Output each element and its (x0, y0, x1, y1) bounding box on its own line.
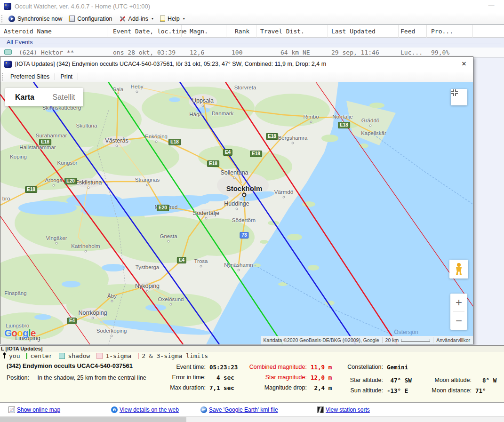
town-marker (136, 91, 138, 93)
detail-field (419, 362, 496, 372)
event-cell: 12,6 (190, 49, 204, 56)
detail-field: Magnitude drop: 2,4 m (232, 382, 332, 393)
detail-field: Event time:05:23:23 (151, 362, 238, 372)
app-icon (4, 61, 12, 68)
terms-link[interactable]: Användarvillkor (433, 337, 473, 343)
menu-print[interactable]: Print (56, 72, 77, 81)
map-type-satellit-button[interactable]: Satellit (44, 93, 83, 102)
occultation-map[interactable]: SkinnskattebergSalaHebyStorvretaUppsalaH… (0, 82, 473, 344)
road-badge-73: 73 (240, 232, 248, 239)
column-header-last-updated[interactable]: Last Updated (331, 28, 376, 35)
road-badge-e18: E18 (250, 151, 262, 157)
detail-field: Combined magnitude:11,9 m (232, 362, 332, 372)
zoom-out-button[interactable]: − (450, 312, 467, 330)
detail-label: Error in time: (151, 374, 206, 381)
street-view-pegman-button[interactable] (449, 260, 468, 279)
link-label: Save 'Google Earth' kml file (209, 406, 278, 413)
map-canvas (0, 82, 473, 344)
link-save-google-earth-kml-file[interactable]: Save 'Google Earth' kml file (200, 406, 278, 413)
map-legend: youcentershadow1-sigma2 & 3-sigma limits (0, 352, 504, 359)
detail-label: Max duration: (151, 384, 206, 391)
configuration-button[interactable]: Configuration (65, 14, 115, 24)
configuration-icon (69, 16, 75, 22)
google-logo[interactable]: Google (4, 327, 35, 339)
fullscreen-icon (451, 89, 458, 96)
road-badge-e20: E20 (64, 178, 77, 184)
group-divider-line (39, 43, 501, 43)
road-badge-e18: E18 (25, 186, 37, 193)
town-marker (85, 250, 87, 253)
legend-label: you (9, 352, 20, 359)
google-logo-letter: G (4, 327, 11, 338)
town-marker (146, 184, 149, 186)
close-icon[interactable]: ✕ (459, 59, 469, 69)
chevron-down-icon: ▾ (183, 16, 185, 21)
popup-title: [IOTA Updates] (342) Endymion occults UC… (15, 61, 326, 67)
app-icon (4, 3, 11, 10)
help-menu-button[interactable]: Help ▾ (157, 14, 188, 24)
detail-value: 12,0 m (311, 374, 332, 381)
red-swatch-icon (138, 353, 139, 359)
link-show-online-map[interactable]: Show online map (8, 406, 60, 413)
detail-label: Constellation: (330, 364, 383, 370)
detail-field: Constellation:Gemini (330, 362, 412, 372)
menubar-grip (1, 72, 4, 81)
detail-label: Star altitude: (330, 377, 383, 383)
popup-menubar: Preferred Sites Print (0, 71, 473, 82)
event-cell: Luc... (400, 49, 423, 56)
configuration-label: Configuration (77, 16, 112, 22)
all-events-label: All Events (7, 39, 33, 46)
google-logo-letter: o (17, 327, 23, 338)
column-header-pro-[interactable]: Pro... (431, 28, 453, 35)
town-marker (116, 145, 118, 147)
detail-label: Moon distance: (419, 387, 472, 394)
synchronise-now-button[interactable]: Synchronise now (5, 14, 65, 24)
link-view-station-sorts[interactable]: View station sorts (317, 406, 370, 413)
detail-field: Moon distance:71° (419, 385, 496, 396)
map-zoom-control: + − (450, 294, 467, 330)
column-header-magn-[interactable]: Magn. (190, 28, 208, 35)
road-badge-e4: E4 (177, 257, 186, 263)
town-marker (56, 242, 58, 245)
main-toolbar: Synchronise now Configuration Add-ins ▾ … (0, 13, 504, 25)
detail-value: 11,9 m (311, 364, 332, 371)
town-marker (168, 240, 170, 243)
minimize-button[interactable]: — (484, 1, 498, 11)
town-marker (202, 105, 204, 107)
main-titlebar: Occult Watcher, ver. 4.6.0.7 - Home (UTC… (0, 0, 504, 13)
map-type-karta-button[interactable]: Karta (5, 93, 44, 102)
event-details-panel: (342) Endymion occults UCAC4-540-037561 … (0, 359, 504, 403)
column-header-travel-dist-[interactable]: Travel Dist. (260, 28, 304, 35)
action-links-row: Show online mapeView details on the webS… (0, 403, 504, 416)
help-icon (160, 16, 165, 22)
detail-field: Star altitude: 47° SW (330, 375, 412, 385)
column-header-asteroid-name[interactable]: Asteroid Name (4, 28, 52, 35)
fullscreen-button[interactable] (451, 89, 467, 105)
menu-separator (78, 73, 78, 80)
teal-swatch-icon (59, 353, 65, 359)
internet-explorer-icon: e (111, 406, 118, 413)
town-marker (292, 142, 294, 144)
event-row-hektor[interactable]: (624) Hektor **ons 28 okt, 03:3912,61006… (0, 48, 504, 57)
horizontal-scrollbar[interactable] (0, 416, 504, 422)
town-marker (238, 269, 240, 271)
scrollbar-thumb[interactable] (0, 417, 186, 422)
legend-label: shadow (68, 352, 90, 359)
column-header-event-date-loc-time[interactable]: Event Date, loc.time (113, 28, 187, 35)
column-header-feed[interactable]: Feed (400, 28, 415, 35)
stockholm-marker (242, 193, 247, 197)
addins-menu-button[interactable]: Add-ins ▾ (116, 14, 157, 24)
event-cell: 99,0% (431, 49, 449, 56)
detail-value: 8° W (475, 377, 496, 384)
menu-preferred-sites[interactable]: Preferred Sites (6, 72, 54, 81)
link-view-details-on-the-web[interactable]: eView details on the web (111, 406, 179, 413)
green-swatch-icon (26, 353, 27, 359)
link-label: View details on the web (120, 406, 179, 413)
column-header-rank[interactable]: Rank (235, 28, 249, 35)
event-cell: (624) Hektor ** (19, 49, 74, 56)
zoom-in-button[interactable]: + (450, 294, 467, 311)
detail-label: Sun altitude: (330, 387, 383, 394)
all-events-group-row[interactable]: All Events (0, 38, 504, 48)
detail-field: Error in time: 4 sec (151, 372, 238, 382)
town-marker (111, 300, 113, 303)
